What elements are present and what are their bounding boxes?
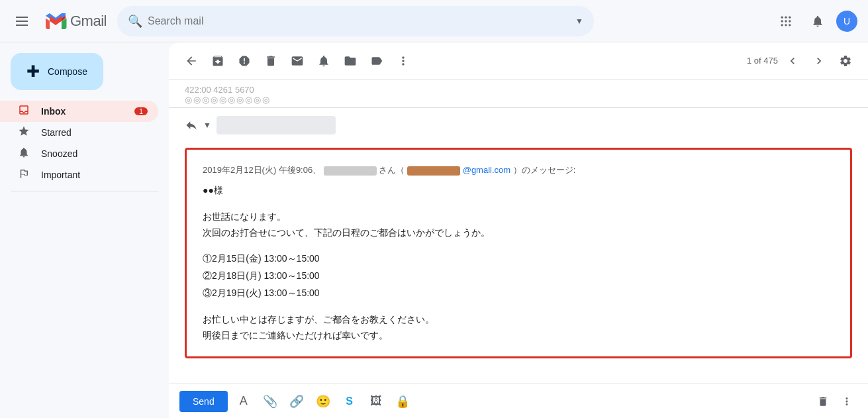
email-area: 422:00 4261 5670 ◎◎◎◎◎◎◎◎◎◎ ▼ 2019年2月12日… (169, 79, 868, 384)
snooze-icon (17, 146, 30, 162)
delete-button[interactable] (259, 49, 283, 73)
snoozed-label: Snoozed (41, 148, 148, 159)
reply-button[interactable] (185, 119, 198, 132)
label-button[interactable] (365, 49, 389, 73)
compose-button[interactable]: ✚ Compose (11, 53, 103, 90)
svg-point-3 (781, 20, 783, 22)
svg-point-0 (781, 16, 783, 18)
schedule-list: ①2月15日(金) 13:00～15:00 ②2月18日(月) 13:00～15… (203, 251, 834, 301)
svg-point-4 (785, 20, 787, 22)
settings-button[interactable] (834, 49, 857, 73)
search-input[interactable] (148, 15, 570, 27)
archive-button[interactable] (206, 49, 230, 73)
quoted-header-text: 2019年2月12日(火) 午後9:06、 (203, 165, 321, 175)
more-button[interactable] (391, 49, 415, 73)
inbox-label: Inbox (41, 106, 124, 117)
important-icon (17, 168, 30, 183)
email-top-section: 422:00 4261 5670 ◎◎◎◎◎◎◎◎◎◎ (169, 79, 868, 108)
main-layout: ✚ Compose Inbox 1 Starred Snoozed (0, 42, 868, 418)
compose-label: Compose (48, 66, 87, 77)
gmail-logo: Gmail (44, 9, 107, 33)
closing-text: お忙しい中とは存じますが、ご都合をお教えください。 明後日までにご連絡いただけれ… (203, 312, 834, 344)
sidebar-item-important[interactable]: Important (0, 164, 158, 185)
quoted-header: 2019年2月12日(火) 午後9:06、 さん（ @gmail.com ）のメ… (203, 163, 834, 178)
delete-draft-button[interactable] (812, 391, 834, 412)
masked-subject: 422:00 4261 5670 (185, 85, 852, 95)
search-icon: 🔍 (128, 14, 142, 28)
drive-button[interactable]: S (339, 391, 360, 412)
email-toolbar: 1 of 475 (169, 42, 868, 79)
reply-dropdown-button[interactable]: ▼ (203, 121, 211, 130)
apps-icon[interactable] (773, 8, 799, 34)
gmail-m-icon (44, 9, 68, 33)
link-button[interactable]: 🔗 (286, 391, 307, 412)
spam-button[interactable] (232, 49, 256, 73)
emoji-button[interactable]: 🙂 (313, 391, 334, 412)
gmail-label: Gmail (70, 13, 107, 30)
schedule-item-1: ①2月15日(金) 13:00～15:00 (203, 251, 834, 267)
photo-button[interactable]: 🖼 (365, 391, 387, 412)
svg-point-2 (789, 16, 791, 18)
move-button[interactable] (338, 49, 362, 73)
footer-right (812, 391, 857, 412)
reply-address-bar (217, 116, 336, 134)
star-icon (17, 125, 30, 140)
starred-label: Starred (41, 127, 148, 138)
schedule-item-2: ②2月18日(月) 13:00～15:00 (203, 268, 834, 284)
sidebar-item-starred[interactable]: Starred (0, 122, 158, 143)
svg-point-6 (781, 24, 783, 26)
sender-label: さん（ (379, 165, 405, 175)
next-button[interactable] (807, 49, 831, 73)
inbox-icon (17, 104, 30, 119)
avatar[interactable]: U (836, 11, 857, 32)
compose-plus-icon: ✚ (26, 62, 40, 81)
nav-divider (11, 191, 158, 191)
content-area: 1 of 475 422:00 4261 5670 ◎◎◎◎◎◎◎◎◎◎ (169, 42, 868, 418)
sender-email-redacted (407, 166, 460, 176)
important-label: Important (41, 170, 148, 180)
inbox-badge: 1 (134, 107, 148, 115)
send-button[interactable]: Send (179, 391, 228, 412)
body-text-1: お世話になります。 次回のお打合せについて、下記の日程のご都合はいかがでしょうか… (203, 209, 834, 241)
notifications-icon[interactable] (804, 8, 831, 34)
greeting-text: ●●様 (203, 183, 834, 199)
topbar: Gmail 🔍 ▼ U (0, 0, 868, 42)
sidebar: ✚ Compose Inbox 1 Starred Snoozed (0, 42, 169, 418)
svg-point-5 (789, 20, 791, 22)
search-dropdown-icon[interactable]: ▼ (575, 17, 583, 26)
sidebar-item-inbox[interactable]: Inbox 1 (0, 101, 158, 122)
back-button[interactable] (179, 49, 203, 73)
svg-point-7 (785, 24, 787, 26)
prev-button[interactable] (781, 49, 804, 73)
mark-button[interactable] (285, 49, 309, 73)
svg-point-1 (785, 16, 787, 18)
message-label: ）のメッセージ: (513, 165, 576, 175)
snooze-button[interactable] (312, 49, 336, 73)
email-suffix: @gmail.com (463, 165, 510, 175)
quoted-message-box: 2019年2月12日(火) 午後9:06、 さん（ @gmail.com ）のメ… (185, 148, 852, 358)
format-button[interactable]: A (233, 391, 254, 412)
sender-name-redacted (324, 166, 377, 176)
svg-point-8 (789, 24, 791, 26)
attach-button[interactable]: 📎 (260, 391, 281, 412)
pagination-text: 1 of 475 (747, 56, 778, 66)
schedule-item-3: ③2月19日(火) 13:00～15:00 (203, 286, 834, 301)
more-options-button[interactable] (836, 391, 857, 412)
search-bar[interactable]: 🔍 ▼ (117, 6, 594, 36)
reply-header: ▼ (169, 108, 868, 142)
pagination: 1 of 475 (747, 56, 778, 66)
sidebar-item-snoozed[interactable]: Snoozed (0, 143, 158, 164)
circles-row: ◎◎◎◎◎◎◎◎◎◎ (185, 95, 852, 105)
menu-icon[interactable] (11, 11, 33, 31)
compose-footer: Send A 📎 🔗 🙂 S 🖼 🔒 (169, 384, 868, 418)
confidential-button[interactable]: 🔒 (392, 391, 413, 412)
topbar-right: U (773, 8, 857, 34)
